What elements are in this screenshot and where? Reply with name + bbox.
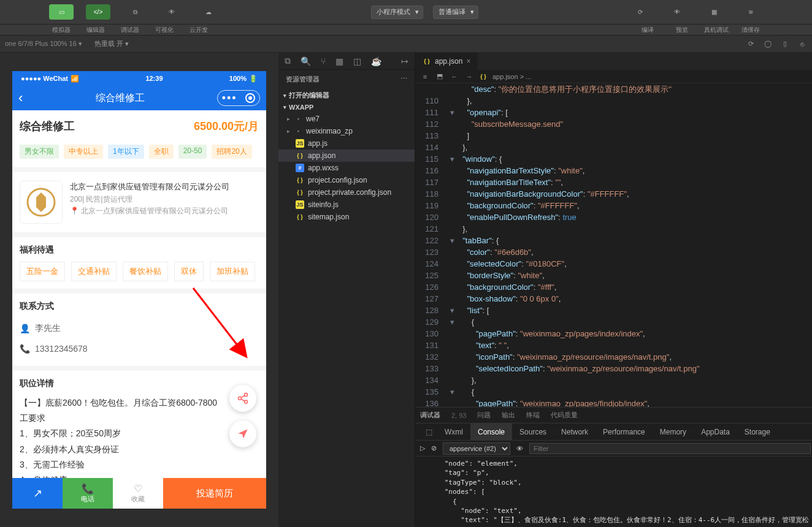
json-icon: { } <box>296 151 304 160</box>
dt-network[interactable]: Network <box>554 423 596 440</box>
code-editor[interactable]: 1101111121131141151161171181191201211221… <box>415 83 812 407</box>
compile-dropdown[interactable]: 普通编译 <box>433 6 478 19</box>
company-card[interactable]: 北京一点到家供应链管理有限公司元谋分公司 200| 民营|货运代理 📍 北京一点… <box>12 172 266 232</box>
job-title: 综合维修工 <box>20 119 75 134</box>
debugger-toggle[interactable]: ⧉ <box>123 4 147 20</box>
file-item[interactable]: JSapp.js <box>278 137 415 150</box>
tab-debugger[interactable]: 调试器 <box>420 411 440 420</box>
back-icon[interactable]: ← <box>450 72 459 82</box>
job-tag: 中专以上 <box>64 145 103 159</box>
device-selector[interactable]: one 6/7/8 Plus 100% 16 <box>5 40 82 48</box>
file-item[interactable]: JSsiteinfo.js <box>278 199 415 211</box>
dt-performance[interactable]: Performance <box>596 423 653 440</box>
label: 云开发 <box>186 26 211 34</box>
benefit-tag: 加班补贴 <box>210 262 255 281</box>
back-icon[interactable]: ‹ <box>18 90 23 106</box>
forward-icon[interactable]: → <box>464 72 474 82</box>
preview-btn[interactable]: 👁 <box>665 4 689 20</box>
locate-float-button[interactable] <box>229 420 256 447</box>
dt-console[interactable]: Console <box>470 423 512 440</box>
dt-storage[interactable]: Storage <box>737 423 778 440</box>
share-float-button[interactable] <box>229 385 256 412</box>
dt-sources[interactable]: Sources <box>512 423 554 440</box>
job-header: 综合维修工 6500.00元/月 <box>12 110 266 142</box>
favorite-button[interactable]: ♡收藏 <box>113 478 163 509</box>
icon[interactable]: ⎋ <box>797 39 807 49</box>
contact-phone: 13312345678 <box>35 344 88 354</box>
eye-icon[interactable]: 👁 <box>516 445 523 452</box>
apply-button[interactable]: 投递简历 <box>163 478 266 509</box>
compile-btn[interactable]: ⟳ <box>628 4 653 20</box>
icon[interactable]: ◯ <box>763 39 773 49</box>
close-icon[interactable]: × <box>466 57 470 66</box>
remote-debug-btn[interactable]: ▦ <box>702 4 726 20</box>
root-folder[interactable]: WXAPP <box>278 102 415 113</box>
inspect-icon[interactable]: ⬚ <box>420 428 437 436</box>
search-icon[interactable]: 🔍 <box>301 56 311 66</box>
more-icon[interactable]: ⋯ <box>400 75 407 84</box>
git-icon[interactable]: ⑂ <box>321 56 326 66</box>
bottom-bar: ↗ 📞电话 ♡收藏 投递简历 <box>12 478 266 509</box>
tab-problems[interactable]: 问题 <box>477 411 491 420</box>
contact-name: 李先生 <box>35 323 61 334</box>
bookmark-icon[interactable]: ⬒ <box>435 72 445 82</box>
refresh-icon[interactable]: ⟳ <box>746 39 756 49</box>
clear-icon[interactable]: ⊘ <box>431 444 437 452</box>
tab-terminal[interactable]: 终端 <box>526 411 540 420</box>
dt-wxml[interactable]: Wxml <box>437 423 470 440</box>
dt-appdata[interactable]: AppData <box>694 423 737 440</box>
icon[interactable]: ≡ <box>420 72 430 82</box>
capsule-button[interactable]: ••• <box>217 90 260 106</box>
icon[interactable]: ☕ <box>371 56 381 66</box>
job-detail-text: 【一】底薪2600！包吃包住。月综合工资6800-7800工要求1、男女不限；2… <box>20 395 259 488</box>
cloud-toggle[interactable]: ☁ <box>196 4 221 20</box>
file-item[interactable]: { }app.json <box>278 150 415 162</box>
call-button[interactable]: 📞电话 <box>63 478 113 509</box>
open-editors-section[interactable]: 打开的编辑器 <box>278 89 415 102</box>
svg-line-4 <box>241 395 245 397</box>
json-icon: { } <box>296 188 304 197</box>
mode-dropdown[interactable]: 小程序模式 <box>371 6 423 19</box>
icon[interactable]: ▯ <box>780 39 790 49</box>
file-item[interactable]: { }sitemap.json <box>278 211 415 223</box>
context-select[interactable]: appservice (#2) <box>443 442 510 455</box>
folder-icon: ▪ <box>294 127 302 135</box>
editor-tabs: { } app.json × <box>415 53 812 70</box>
company-logo <box>20 181 63 224</box>
contact-section: 联系方式 👤李先生 📞13312345678 <box>12 294 266 366</box>
icon[interactable]: ▷ <box>420 444 425 452</box>
icon[interactable]: ↦ <box>401 56 408 66</box>
visual-toggle[interactable]: 👁 <box>159 4 184 20</box>
clear-cache-btn[interactable]: ≋ <box>738 4 763 20</box>
file-item[interactable]: { }project.private.config.json <box>278 186 415 199</box>
editor-toggle[interactable]: </> <box>86 4 110 20</box>
tab-output[interactable]: 输出 <box>502 411 515 420</box>
breadcrumb-text: app.json > ... <box>492 73 531 80</box>
file-item[interactable]: { }project.config.json <box>278 174 415 186</box>
svg-point-1 <box>245 393 248 396</box>
share-button[interactable]: ↗ <box>12 478 63 509</box>
icon[interactable]: ◫ <box>353 56 361 66</box>
company-sub: 200| 民营|货运代理 <box>70 194 259 205</box>
json-icon: { } <box>423 57 431 66</box>
console-output[interactable]: "node": "element", "tag": "p", "tagType"… <box>415 457 812 527</box>
dt-memory[interactable]: Memory <box>653 423 694 440</box>
filter-input[interactable] <box>529 443 811 454</box>
icon[interactable]: ▦ <box>335 56 343 66</box>
job-tags: 男女不限中专以上1年以下全职20-50招聘20人 <box>12 142 266 167</box>
hot-reload[interactable]: 热重载 开 <box>94 39 129 48</box>
tab-quality[interactable]: 代码质量 <box>551 411 578 420</box>
job-tag: 男女不限 <box>20 145 59 159</box>
folder-item[interactable]: ▪weixinmao_zp <box>278 125 415 137</box>
editor-tab[interactable]: { } app.json × <box>415 53 478 70</box>
file-item[interactable]: #app.wxss <box>278 162 415 174</box>
tab-label: app.json <box>435 57 462 66</box>
phone-statusbar: ●●●●● WeChat 📶 12:39 100% 🔋 <box>12 71 266 86</box>
tab-count: 2, 93 <box>451 412 466 419</box>
files-icon[interactable]: ⧉ <box>285 56 291 66</box>
js-icon: JS <box>296 139 304 148</box>
simulator-toggle[interactable]: ▭ <box>49 4 74 20</box>
console-panel: 调试器 2, 93 问题 输出 终端 代码质量 ⬚ Wxml Console S… <box>415 407 812 527</box>
folder-item[interactable]: ▪we7 <box>278 113 415 125</box>
phone-navbar: ‹ 综合维修工 ••• <box>12 86 266 110</box>
